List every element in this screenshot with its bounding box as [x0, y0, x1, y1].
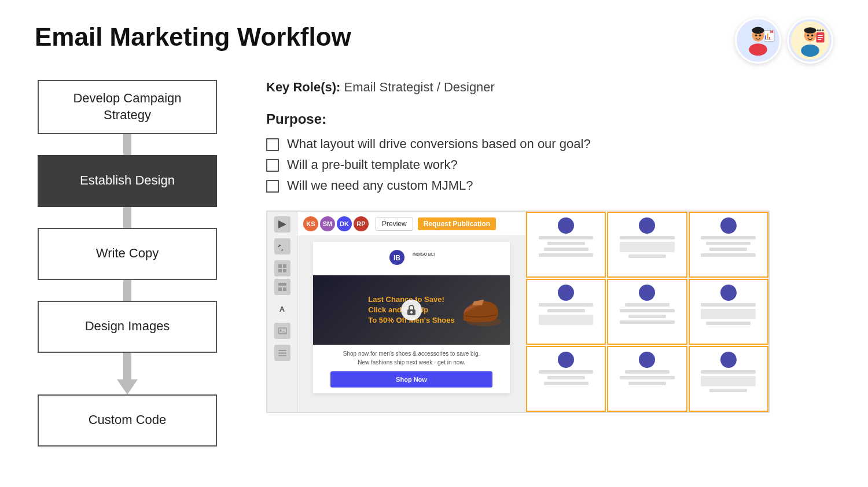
- svg-point-16: [804, 27, 816, 34]
- checkbox-3: [266, 180, 279, 193]
- editor-sidebar: A: [267, 212, 297, 412]
- page-title: Email Marketing Workflow: [35, 23, 833, 51]
- template-line: [701, 236, 756, 239]
- template-card-2[interactable]: [607, 212, 687, 278]
- send-icon: [274, 216, 290, 233]
- step-design[interactable]: Establish Design: [38, 155, 217, 207]
- step-copy[interactable]: Write Copy: [38, 228, 217, 280]
- editor-toolbar: KS SM DK RP Preview: [297, 212, 525, 236]
- step-campaign[interactable]: Develop Campaign Strategy: [38, 80, 217, 134]
- email-card: IB INDIGO BLUE Last Chance to Save! Clic…: [313, 242, 510, 393]
- svg-point-24: [819, 29, 822, 32]
- template-line: [701, 309, 756, 319]
- template-line: [620, 309, 675, 312]
- template-card-7[interactable]: [526, 346, 606, 412]
- svg-point-1: [749, 43, 767, 56]
- purpose-item-2: Will a pre-built template work?: [266, 157, 833, 172]
- svg-point-17: [807, 35, 810, 37]
- right-panel: Key Role(s): Email Strategist / Designer…: [266, 80, 833, 413]
- checkbox-2: [266, 159, 279, 172]
- svg-point-43: [410, 311, 413, 313]
- template-card-3[interactable]: [689, 212, 768, 278]
- svg-point-14: [801, 45, 819, 57]
- page: Email Marketing Workflow: [0, 0, 868, 487]
- publish-button[interactable]: Request Publication: [418, 217, 496, 230]
- template-line: [544, 382, 589, 385]
- template-avatar-5: [639, 285, 655, 301]
- template-line: [620, 376, 675, 379]
- template-card-4[interactable]: [526, 279, 606, 345]
- email-cta-button[interactable]: Shop Now: [330, 371, 492, 388]
- key-roles-value: Email Strategist / Designer: [344, 80, 494, 94]
- svg-rect-32: [283, 287, 286, 291]
- template-card-5[interactable]: [607, 279, 687, 345]
- svg-rect-28: [278, 269, 282, 272]
- toolbar-avatar-sm: SM: [320, 216, 335, 231]
- email-body-text: Shop now for men's shoes & accessories t…: [313, 345, 510, 371]
- email-logo: IB INDIGO BLUE: [313, 242, 510, 275]
- template-line: [625, 303, 670, 307]
- email-hero: Last Chance to Save! Click and Get Up To…: [313, 275, 510, 345]
- template-line: [547, 376, 585, 379]
- template-avatar-4: [558, 285, 574, 301]
- screenshot-mockup: A: [266, 211, 770, 413]
- template-line: [625, 370, 670, 374]
- svg-point-25: [822, 29, 824, 32]
- template-line: [701, 376, 756, 386]
- text-icon: A: [274, 301, 290, 317]
- purpose-title: Purpose:: [266, 111, 833, 127]
- template-line: [628, 254, 666, 258]
- template-line: [620, 242, 675, 252]
- template-line: [539, 370, 594, 374]
- workflow-steps: Develop Campaign Strategy Establish Desi…: [35, 80, 220, 446]
- connector-3: [123, 280, 131, 301]
- svg-point-4: [755, 35, 757, 37]
- image-icon: [274, 323, 290, 339]
- svg-rect-36: [278, 353, 286, 354]
- connector-1: [123, 134, 131, 155]
- template-line: [701, 253, 756, 257]
- checkbox-1: [266, 138, 279, 151]
- template-line: [701, 303, 756, 307]
- template-card-8[interactable]: [607, 346, 687, 412]
- svg-point-5: [759, 35, 762, 37]
- connector-arrow: [117, 353, 138, 394]
- purpose-item-3: Will we need any custom MJML?: [266, 178, 833, 193]
- template-card-1[interactable]: [526, 212, 606, 278]
- template-avatar-9: [720, 352, 737, 368]
- template-line: [620, 320, 675, 324]
- undo-icon: [274, 238, 290, 254]
- svg-rect-30: [278, 283, 286, 286]
- purpose-list: What layout will drive conversions based…: [266, 136, 833, 193]
- template-line: [706, 242, 751, 245]
- editor-canvas: IB INDIGO BLUE Last Chance to Save! Clic…: [297, 236, 525, 412]
- svg-text:IB: IB: [393, 254, 400, 262]
- template-avatar-6: [720, 285, 737, 301]
- template-card-6[interactable]: [689, 279, 768, 345]
- template-card-9[interactable]: [689, 346, 768, 412]
- svg-rect-35: [278, 350, 286, 351]
- step-images[interactable]: Design Images: [38, 301, 217, 353]
- svg-rect-37: [278, 355, 286, 356]
- template-avatar-2: [639, 217, 655, 234]
- preview-button[interactable]: Preview: [376, 217, 413, 231]
- template-line: [620, 236, 675, 239]
- lock-icon: [401, 300, 422, 320]
- svg-rect-29: [283, 269, 286, 272]
- step-code[interactable]: Custom Code: [38, 394, 217, 447]
- settings-icon: [274, 345, 290, 361]
- svg-point-23: [816, 29, 819, 32]
- svg-rect-27: [283, 264, 286, 268]
- avatar-group: [735, 17, 833, 64]
- template-line: [544, 248, 589, 251]
- toolbar-avatar-rp: RP: [354, 216, 369, 231]
- template-avatar-1: [558, 217, 574, 234]
- template-line: [628, 315, 666, 318]
- key-roles-label: Key Role(s):: [266, 80, 340, 94]
- template-grid: [525, 212, 768, 412]
- template-line: [539, 253, 594, 257]
- svg-text:INDIGO BLUE: INDIGO BLUE: [413, 252, 435, 256]
- template-avatar-7: [558, 352, 574, 368]
- template-line: [547, 309, 585, 312]
- connector-2: [123, 207, 131, 228]
